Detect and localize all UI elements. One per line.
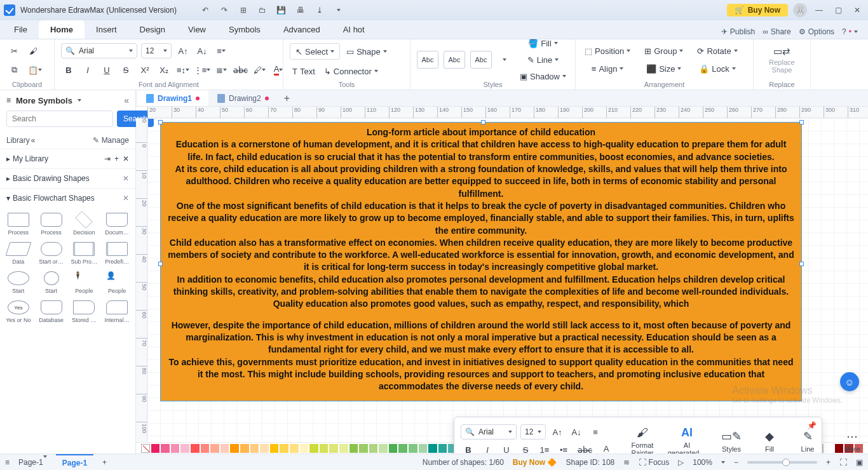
- style-more-icon[interactable]: [497, 52, 512, 67]
- align-horizontal-icon[interactable]: ≡: [214, 43, 229, 58]
- qf-underline-icon[interactable]: U: [499, 442, 514, 453]
- no-fill-icon[interactable]: [141, 444, 150, 453]
- style-preset-1[interactable]: Abc: [417, 51, 438, 69]
- publish-button[interactable]: ✈ Publish: [721, 27, 755, 36]
- qf-font-color-icon[interactable]: A: [599, 442, 614, 453]
- color-swatch[interactable]: [349, 444, 358, 453]
- align-button[interactable]: ≡ Align: [582, 61, 633, 76]
- qf-clear-icon[interactable]: a̶b̶c̶: [575, 442, 595, 453]
- tab-ai[interactable]: AI hot: [332, 20, 376, 39]
- color-swatch[interactable]: [339, 444, 348, 453]
- color-swatch[interactable]: [260, 444, 269, 453]
- export-icon[interactable]: ⤓: [313, 3, 327, 17]
- color-swatch[interactable]: [290, 444, 299, 453]
- color-swatch[interactable]: [220, 444, 229, 453]
- tab-home[interactable]: Home: [39, 20, 85, 39]
- close-section2-icon[interactable]: ✕: [123, 194, 129, 203]
- color-swatch[interactable]: [300, 444, 309, 453]
- tab-file[interactable]: File: [3, 20, 39, 39]
- qf-font-size[interactable]: 12: [520, 424, 546, 440]
- shape-item[interactable]: Stored …: [69, 298, 100, 326]
- resize-handle[interactable]: [158, 120, 163, 124]
- symbols-search-input[interactable]: [6, 111, 113, 127]
- basic-flowchart-section[interactable]: ▾ Basic Flowchart Shapes ✕: [0, 188, 135, 208]
- qf-increase-font-icon[interactable]: A↑: [550, 424, 565, 440]
- pin-icon[interactable]: 📌: [807, 421, 817, 430]
- collapse-panel-icon[interactable]: «: [124, 95, 129, 105]
- color-swatch[interactable]: [369, 444, 378, 453]
- undo-icon[interactable]: ↶: [198, 3, 212, 17]
- color-swatch[interactable]: [151, 444, 160, 453]
- color-swatch[interactable]: [309, 444, 318, 453]
- font-size-select[interactable]: 12: [141, 43, 172, 58]
- shape-item[interactable]: 👤People: [101, 269, 133, 297]
- color-swatch[interactable]: [191, 444, 200, 453]
- subscript-icon[interactable]: X₂: [156, 62, 172, 77]
- close-icon[interactable]: ✕: [850, 3, 864, 17]
- color-swatch[interactable]: [419, 444, 428, 453]
- color-swatch[interactable]: [201, 444, 210, 453]
- doc-tab-2[interactable]: Drawing2: [208, 90, 278, 106]
- decrease-font-icon[interactable]: A↓: [194, 43, 210, 58]
- add-doc-tab[interactable]: +: [278, 93, 296, 104]
- shape-item[interactable]: Decision: [69, 210, 100, 238]
- qf-styles[interactable]: ▭✎Styles: [715, 429, 747, 453]
- doc-tab-1[interactable]: Drawing1: [137, 90, 208, 106]
- qf-strike-icon[interactable]: S: [518, 442, 533, 453]
- shape-item[interactable]: Database: [36, 298, 67, 326]
- print-icon[interactable]: 🖶: [294, 3, 308, 17]
- qf-line[interactable]: ✎Line: [792, 429, 824, 453]
- replace-shape-button[interactable]: ▭⇄ Replace Shape: [760, 43, 804, 76]
- user-avatar[interactable]: 🐰: [793, 3, 807, 17]
- shape-item[interactable]: YesYes or No: [3, 298, 34, 326]
- qf-more[interactable]: ⋯More: [836, 429, 868, 453]
- select-tool[interactable]: ↖ Select: [290, 43, 340, 60]
- shape-tool[interactable]: ▭ Shape: [344, 44, 390, 59]
- rotate-button[interactable]: ⟳ Rotate: [695, 43, 740, 58]
- tab-advanced[interactable]: Advanced: [272, 20, 332, 39]
- maximize-icon[interactable]: ▢: [831, 3, 845, 17]
- page-tab-1[interactable]: Page-1: [56, 454, 93, 470]
- lock-button[interactable]: 🔒 Lock: [695, 61, 740, 76]
- color-swatch[interactable]: [250, 444, 259, 453]
- qf-italic-icon[interactable]: I: [480, 442, 495, 453]
- superscript-icon[interactable]: X²: [137, 62, 153, 77]
- share-button[interactable]: ∞ Share: [763, 27, 791, 36]
- shape-item[interactable]: Docum…: [101, 210, 133, 238]
- italic-icon[interactable]: I: [80, 62, 95, 77]
- line-button[interactable]: ✎ Line: [517, 52, 569, 67]
- color-swatch[interactable]: [240, 444, 249, 453]
- color-swatch[interactable]: [398, 444, 407, 453]
- color-swatch[interactable]: [161, 444, 170, 453]
- shape-item[interactable]: Internal…: [101, 298, 133, 326]
- new-icon[interactable]: ⊞: [236, 3, 250, 17]
- zoom-thumb[interactable]: [782, 459, 790, 466]
- manage-link[interactable]: ✎ Manage: [93, 136, 129, 145]
- color-swatch[interactable]: [409, 444, 417, 453]
- color-swatch[interactable]: [359, 444, 368, 453]
- options-button[interactable]: ⚙ Options: [799, 27, 834, 36]
- shape-item[interactable]: Predefi…: [101, 239, 133, 267]
- shape-item[interactable]: Sub Pro…: [69, 239, 100, 267]
- line-spacing-icon[interactable]: ≡↕: [175, 62, 191, 77]
- close-mylib-icon[interactable]: ✕: [123, 154, 129, 163]
- basic-drawing-section[interactable]: ▸ Basic Drawing Shapes ✕: [0, 168, 135, 188]
- save-icon[interactable]: 💾: [275, 3, 288, 17]
- qf-numlist-icon[interactable]: 1≡: [537, 442, 552, 453]
- qf-decrease-font-icon[interactable]: A↓: [569, 424, 584, 440]
- library-label[interactable]: Library: [6, 136, 30, 145]
- style-preset-3[interactable]: Abc: [470, 51, 492, 69]
- align-vertical-icon[interactable]: ≣: [214, 62, 229, 77]
- resize-handle[interactable]: [799, 120, 804, 124]
- clear-format-icon[interactable]: a̶b̶c̶: [233, 62, 248, 77]
- buy-now-button[interactable]: 🛒 Buy Now: [727, 4, 788, 17]
- my-library-section[interactable]: ▸ My Library ⇥ + ✕: [0, 149, 135, 168]
- color-swatch[interactable]: [230, 444, 239, 453]
- zoom-slider[interactable]: [747, 461, 817, 464]
- qf-ai-generated[interactable]: AIAI generated…: [671, 425, 703, 453]
- tab-symbols[interactable]: Symbols: [217, 20, 272, 39]
- status-buy-now[interactable]: Buy Now 🔶: [513, 458, 557, 467]
- shape-item[interactable]: 🕴People: [69, 269, 100, 297]
- redo-icon[interactable]: ↷: [217, 3, 231, 17]
- qf-font-name[interactable]: 🔍 Arial: [461, 424, 517, 440]
